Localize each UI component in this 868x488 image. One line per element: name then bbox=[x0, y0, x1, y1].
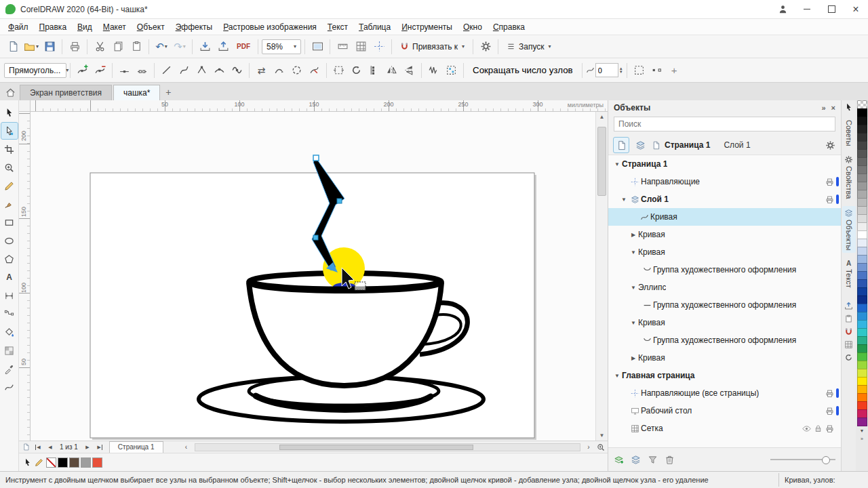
snap-docker-icon[interactable] bbox=[844, 327, 853, 336]
cut-button[interactable] bbox=[91, 38, 108, 56]
show-rulers-button[interactable] bbox=[334, 38, 351, 56]
menu-object[interactable]: Объект bbox=[132, 20, 170, 34]
preset-combo[interactable]: Прямоуголь... ▾ bbox=[4, 63, 66, 78]
drawing-canvas[interactable] bbox=[31, 112, 595, 441]
connector-tool[interactable] bbox=[1, 306, 18, 322]
add-tool-button[interactable]: + bbox=[666, 62, 683, 79]
options-button[interactable] bbox=[477, 38, 494, 56]
redo-button[interactable]: ↷▾ bbox=[171, 38, 189, 56]
tree-item-guides[interactable]: Направляющие bbox=[608, 173, 841, 190]
vertical-scrollbar[interactable]: ▲ ▼ bbox=[595, 112, 608, 441]
zoom-tool[interactable] bbox=[1, 159, 18, 176]
reflect-vertical-button[interactable] bbox=[401, 62, 418, 79]
opacity-slider[interactable] bbox=[770, 459, 835, 460]
freehand-tool[interactable] bbox=[1, 178, 18, 194]
tab-tips[interactable]: Советы bbox=[842, 117, 856, 148]
delete-button[interactable] bbox=[665, 455, 675, 465]
tree-item-art-group[interactable]: Группа художественного оформления bbox=[608, 296, 841, 314]
account-icon[interactable] bbox=[770, 0, 795, 19]
zoom-level-combo[interactable]: 58% ▾ bbox=[262, 39, 301, 54]
elastic-mode-button[interactable] bbox=[425, 62, 442, 79]
polygon-tool[interactable] bbox=[1, 251, 18, 267]
hints-cursor-icon[interactable] bbox=[844, 103, 853, 112]
cusp-node-button[interactable] bbox=[193, 62, 210, 79]
lock-icon[interactable] bbox=[814, 424, 823, 433]
expander-icon[interactable]: ▼ bbox=[612, 161, 622, 167]
crop-tool[interactable] bbox=[1, 141, 18, 157]
save-button[interactable] bbox=[41, 38, 58, 56]
transform-docker-icon[interactable] bbox=[844, 353, 853, 362]
menu-tools[interactable]: Инструменты bbox=[396, 20, 458, 34]
new-layer-button[interactable] bbox=[614, 455, 624, 465]
vertical-ruler[interactable]: 200 150 100 50 bbox=[19, 112, 31, 441]
eye-icon[interactable] bbox=[802, 424, 811, 433]
close-docker-icon[interactable]: × bbox=[831, 104, 835, 112]
close-curve-button[interactable] bbox=[288, 62, 305, 79]
color-swatch[interactable] bbox=[58, 458, 68, 468]
menu-edit[interactable]: Правка bbox=[34, 20, 73, 34]
tree-item-art-group[interactable]: Группа художественного оформления bbox=[608, 261, 841, 279]
tree-item-desktop[interactable]: Рабочий стол bbox=[608, 402, 841, 420]
color-swatch[interactable] bbox=[69, 458, 79, 468]
break-curve-button[interactable] bbox=[134, 62, 151, 79]
menu-view[interactable]: Вид bbox=[72, 20, 98, 34]
new-document-button[interactable] bbox=[4, 38, 22, 56]
edit-palette-pencil-icon[interactable] bbox=[35, 458, 43, 467]
smoothness-stepper[interactable]: ▲▼ bbox=[619, 67, 623, 74]
reduce-nodes-button[interactable]: Сокращать число узлов bbox=[467, 62, 578, 79]
scroll-right-button[interactable]: › bbox=[583, 443, 594, 452]
scroll-left-button[interactable]: ‹ bbox=[181, 443, 192, 452]
expander-icon[interactable]: ▼ bbox=[629, 249, 638, 256]
menu-window[interactable]: Окно bbox=[458, 20, 488, 34]
printer-icon[interactable] bbox=[825, 195, 834, 204]
tab-welcome-screen[interactable]: Экран приветствия bbox=[20, 85, 112, 100]
curve-node[interactable] bbox=[337, 199, 342, 203]
snap-to-button[interactable]: Привязать к ▾ bbox=[395, 39, 469, 55]
first-page-button[interactable]: ◀ bbox=[33, 443, 43, 452]
artistic-media-tool[interactable] bbox=[1, 196, 18, 212]
menu-layout[interactable]: Макет bbox=[98, 20, 132, 34]
tree-item-layer1[interactable]: ▼ Слой 1 bbox=[608, 190, 841, 208]
horizontal-ruler[interactable]: 50 100 150 200 250 300 миллиметры bbox=[19, 100, 608, 112]
search-input[interactable] bbox=[614, 117, 835, 131]
tab-properties[interactable]: Свойства bbox=[842, 152, 856, 201]
printer-icon[interactable] bbox=[825, 407, 834, 415]
slider-thumb[interactable] bbox=[822, 456, 830, 464]
tree-item-curve[interactable]: ▶ Кривая bbox=[608, 226, 841, 243]
alignment-docker-icon[interactable] bbox=[844, 314, 853, 323]
menu-help[interactable]: Справка bbox=[488, 20, 530, 34]
smooth-node-button[interactable] bbox=[211, 62, 228, 79]
undo-button[interactable]: ↶▾ bbox=[153, 38, 170, 56]
reflect-horizontal-button[interactable] bbox=[383, 62, 400, 79]
new-tab-button[interactable]: + bbox=[161, 85, 175, 99]
fullscreen-preview-button[interactable] bbox=[309, 38, 326, 56]
rotate-nodes-button[interactable] bbox=[348, 62, 365, 79]
curve-node[interactable] bbox=[313, 155, 319, 161]
menu-file[interactable]: Файл bbox=[3, 20, 34, 34]
menu-text[interactable]: Текст bbox=[322, 20, 353, 34]
tree-item-ellipse[interactable]: ▼ Эллипс bbox=[608, 279, 841, 296]
join-nodes-button[interactable] bbox=[116, 62, 133, 79]
new-master-layer-button[interactable] bbox=[631, 455, 641, 465]
printer-icon[interactable] bbox=[825, 389, 834, 398]
page-view-button[interactable] bbox=[614, 138, 629, 152]
color-swatch[interactable] bbox=[92, 458, 102, 468]
expander-icon[interactable]: ▶ bbox=[629, 232, 638, 238]
convert-to-curve-button[interactable] bbox=[176, 62, 193, 79]
copy-button[interactable] bbox=[109, 38, 127, 56]
previous-page-button[interactable]: ◀ bbox=[45, 443, 56, 452]
export-docker-icon[interactable] bbox=[844, 302, 853, 310]
transparency-tool[interactable] bbox=[1, 342, 18, 359]
scroll-down-button[interactable]: ▼ bbox=[596, 430, 608, 441]
pick-tool[interactable] bbox=[1, 104, 18, 121]
tab-objects[interactable]: Объекты bbox=[842, 206, 856, 253]
layer-view-button[interactable] bbox=[633, 138, 648, 152]
undock-icon[interactable]: » bbox=[821, 104, 825, 112]
box-select-mode-button[interactable] bbox=[631, 62, 648, 79]
maximize-button[interactable] bbox=[819, 0, 844, 19]
vertical-scroll-thumb[interactable] bbox=[597, 127, 606, 196]
launch-button[interactable]: Запуск ▾ bbox=[502, 39, 556, 55]
tree-item-grid[interactable]: Сетка bbox=[608, 420, 841, 437]
extract-subpath-button[interactable] bbox=[306, 62, 323, 79]
import-button[interactable] bbox=[196, 38, 214, 56]
